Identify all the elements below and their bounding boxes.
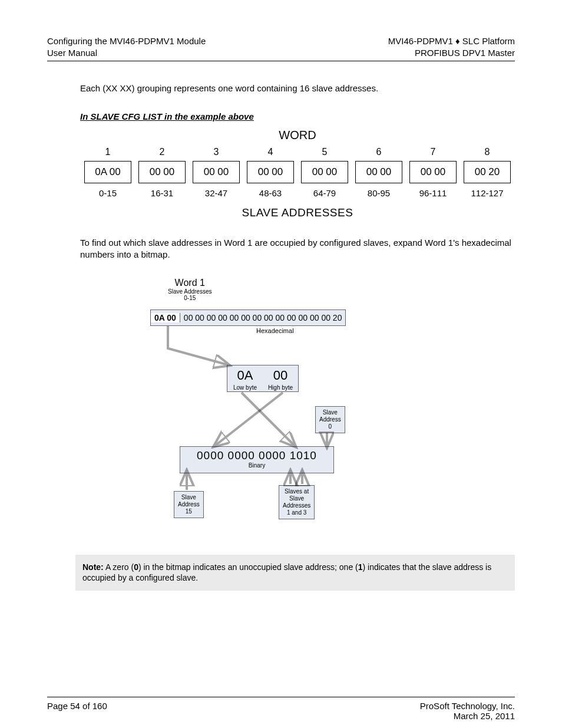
word-cell: 00 00 [409, 161, 457, 183]
word-num: 4 [247, 147, 294, 157]
word-diagram-row: 1 0A 00 0-15 2 00 00 16-31 3 00 00 32-47… [80, 147, 515, 198]
word-num: 6 [355, 147, 402, 157]
word-col-4: 4 00 00 48-63 [247, 147, 294, 198]
section-heading: In SLAVE CFG LIST in the example above [80, 111, 515, 123]
word-num: 2 [138, 147, 186, 157]
word-col-1: 1 0A 00 0-15 [84, 147, 131, 198]
note-text-1: A zero ( [104, 562, 134, 572]
header-left: Configuring the MVI46-PDPMV1 Module User… [47, 35, 206, 60]
footer-right: ProSoft Technology, Inc. March 25, 2011 [420, 701, 515, 721]
word-addr: 32-47 [193, 188, 240, 198]
footer-company: ProSoft Technology, Inc. [420, 701, 515, 711]
word-col-3: 3 00 00 32-47 [193, 147, 240, 198]
word-addr: 48-63 [247, 188, 294, 198]
word-num: 7 [409, 147, 457, 157]
word-addr: 80-95 [355, 188, 402, 198]
word-num: 1 [84, 147, 131, 157]
word-diagram: WORD 1 0A 00 0-15 2 00 00 16-31 3 00 00 … [80, 129, 515, 219]
word-col-5: 5 00 00 64-79 [301, 147, 348, 198]
word-cell: 00 00 [355, 161, 402, 183]
word-cell: 0A 00 [84, 161, 131, 183]
header-section-title: Configuring the MVI46-PDPMV1 Module [47, 35, 206, 47]
footer-page-number: Page 54 of 160 [47, 701, 107, 721]
word-num: 8 [464, 147, 511, 157]
word-col-8: 8 00 20 112-127 [464, 147, 511, 198]
word-addr: 16-31 [138, 188, 186, 198]
word-diagram-caption: SLAVE ADDRESSES [80, 206, 515, 219]
note-box: Note: A zero (0) in the bitmap indicates… [75, 555, 515, 591]
word-num: 5 [301, 147, 348, 157]
note-prefix: Note: [82, 562, 104, 572]
intro-paragraph: Each (XX XX) grouping represents one wor… [80, 83, 515, 94]
header-product: MVI46-PDPMV1 ♦ SLC Platform [388, 35, 515, 47]
word-cell: 00 00 [247, 161, 294, 183]
note-zero: 0 [134, 562, 138, 572]
word-diagram-title: WORD [80, 129, 515, 142]
word-cell: 00 00 [193, 161, 240, 183]
note-text-2: ) in the bitmap indicates an unoccupied … [138, 562, 358, 572]
word-col-2: 2 00 00 16-31 [138, 147, 186, 198]
word-addr: 64-79 [301, 188, 348, 198]
page-footer: Page 54 of 160 ProSoft Technology, Inc. … [47, 697, 515, 721]
word-cell: 00 20 [464, 161, 511, 183]
footer-date: March 25, 2011 [420, 711, 515, 721]
page-content: Each (XX XX) grouping represents one wor… [47, 83, 515, 591]
word-col-7: 7 00 00 96-111 [409, 147, 457, 198]
header-right: MVI46-PDPMV1 ♦ SLC Platform PROFIBUS DPV… [388, 35, 515, 60]
byte-expansion-diagram: Word 1 Slave Addresses 0-15 0A 00 00 00 … [150, 278, 445, 537]
page-header: Configuring the MVI46-PDPMV1 Module User… [47, 35, 515, 61]
diagram-arrows [150, 278, 445, 537]
word-cell: 00 00 [301, 161, 348, 183]
word-addr: 96-111 [409, 188, 457, 198]
word-col-6: 6 00 00 80-95 [355, 147, 402, 198]
explain-paragraph: To find out which slave addresses in Wor… [80, 237, 515, 261]
word-addr: 112-127 [464, 188, 511, 198]
word-num: 3 [193, 147, 240, 157]
note-one: 1 [358, 562, 363, 572]
word-cell: 00 00 [138, 161, 186, 183]
header-manual-label: User Manual [47, 47, 206, 59]
word-addr: 0-15 [84, 188, 131, 198]
header-subtitle: PROFIBUS DPV1 Master [388, 47, 515, 59]
